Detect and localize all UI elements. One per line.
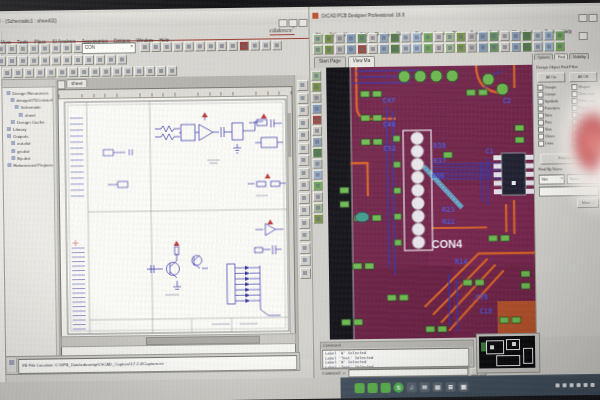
mirror-horizontally-icon[interactable]	[46, 67, 56, 77]
design-rules-check-icon[interactable]	[195, 41, 205, 51]
shape-tool-icon[interactable]	[312, 148, 322, 158]
zoom-points-tool-icon[interactable]	[311, 71, 321, 81]
shadow-mode-icon[interactable]	[489, 31, 499, 41]
add-connect-icon[interactable]	[401, 43, 411, 53]
tray-tray-dot-2[interactable]	[584, 383, 588, 387]
allegro-close-button[interactable]	[579, 32, 588, 40]
tray-network-icon[interactable]	[563, 383, 567, 387]
zoom-out-icon[interactable]	[434, 32, 444, 42]
taskbar-media-app-icon[interactable]: ♫	[407, 382, 417, 392]
grid-toggle-icon[interactable]	[156, 66, 166, 76]
place-pin-tool-icon[interactable]	[299, 205, 310, 216]
checkbox-icon[interactable]	[538, 134, 544, 140]
checkbox-icon[interactable]	[572, 98, 578, 104]
checkbox-icon[interactable]	[538, 127, 544, 133]
zoom-area-icon[interactable]	[162, 42, 172, 52]
tab-view-ma[interactable]: View Ma	[348, 56, 376, 67]
bus-icon[interactable]	[29, 56, 39, 66]
cross-section-icon[interactable]	[533, 31, 543, 41]
part-icon[interactable]	[0, 56, 6, 66]
measure-tool-icon[interactable]	[313, 203, 323, 213]
checkbox-icon[interactable]	[572, 112, 578, 118]
save-document-icon[interactable]	[18, 44, 28, 54]
checkbox-icon[interactable]	[537, 85, 543, 91]
place-no-connect-tool-icon[interactable]	[299, 230, 310, 241]
place-bus-tool-icon[interactable]	[298, 117, 309, 128]
zoom-world-icon[interactable]	[456, 32, 466, 42]
delete-tool-icon[interactable]	[312, 115, 322, 125]
checkbox-icon[interactable]	[538, 113, 544, 119]
bill-of-materials-icon[interactable]	[228, 41, 238, 51]
visibility-icon[interactable]	[500, 31, 510, 41]
fit-tool-icon[interactable]	[311, 82, 321, 92]
cut-icon[interactable]	[40, 43, 50, 53]
off-page-connector-icon[interactable]	[117, 54, 127, 64]
hierarchical-block-icon[interactable]	[84, 55, 94, 65]
place-bus-entry-tool-icon[interactable]	[298, 142, 309, 153]
redo-icon[interactable]	[401, 32, 411, 42]
sheet-tab[interactable]: sheet	[66, 79, 87, 87]
cross-reference-icon[interactable]	[217, 41, 227, 51]
copy-icon[interactable]	[51, 43, 61, 53]
checkbox-icon[interactable]	[537, 92, 543, 98]
cline-tool-icon[interactable]	[313, 170, 323, 180]
zoom-out-icon[interactable]	[151, 42, 161, 52]
taskbar-grid-app-icon[interactable]: ⊞	[446, 381, 456, 391]
taskbar-files-app-icon[interactable]: ▤	[433, 382, 443, 392]
shape-add-icon[interactable]	[423, 43, 433, 53]
checkbox-icon[interactable]	[538, 99, 544, 105]
color-dialog-icon[interactable]	[478, 31, 488, 41]
snap-to-grid-icon[interactable]	[250, 41, 260, 51]
color-settings-icon[interactable]	[167, 66, 177, 76]
place-power-tool-icon[interactable]	[299, 167, 310, 178]
tray-tray-dot-1[interactable]	[577, 383, 581, 387]
vertex-icon[interactable]	[379, 44, 389, 54]
spin-icon[interactable]	[346, 44, 356, 54]
line-tool-icon[interactable]	[313, 181, 323, 191]
stop-drc-icon[interactable]	[239, 41, 249, 51]
annotate-icon[interactable]	[184, 41, 194, 51]
spin-tool-icon[interactable]	[312, 137, 322, 147]
rotate-icon[interactable]	[35, 68, 45, 78]
project-manager-icon[interactable]	[261, 40, 271, 50]
zoom-in-icon[interactable]	[140, 42, 150, 52]
place-net-alias-tool-icon[interactable]	[298, 155, 309, 166]
hierarchical-pin-icon[interactable]	[106, 55, 116, 65]
cancel-icon[interactable]	[555, 41, 565, 51]
find-filter-drc-errors[interactable]: DRC errors	[572, 112, 600, 119]
checkbox-icon[interactable]	[538, 120, 544, 126]
chevron-down-icon[interactable]: ▾	[595, 176, 597, 180]
new-drawing-icon[interactable]	[313, 34, 323, 44]
go-to-icon[interactable]	[112, 66, 122, 76]
edit-properties-icon[interactable]	[68, 67, 78, 77]
show-element-icon[interactable]	[467, 43, 477, 53]
console-scrollbar[interactable]	[468, 348, 472, 365]
paste-icon[interactable]	[62, 43, 72, 53]
panel-tab-visibility[interactable]: Visibility	[569, 53, 589, 59]
copy-element-icon[interactable]	[324, 45, 334, 55]
copy-tool-icon[interactable]	[312, 104, 322, 114]
delete-element-icon[interactable]	[357, 44, 367, 54]
find-by-query-button[interactable]: Find by Query	[540, 153, 600, 165]
checkbox-icon[interactable]	[572, 105, 578, 111]
tab-start-page[interactable]: Start Page	[314, 56, 346, 67]
zoom-previous-icon[interactable]	[101, 67, 111, 77]
name-mode-select[interactable]: Name ▾	[567, 174, 599, 184]
all-on-button[interactable]: All On	[537, 72, 565, 82]
text-tool-icon[interactable]	[313, 192, 323, 202]
ground-icon[interactable]	[73, 55, 83, 65]
undo-icon[interactable]	[390, 33, 400, 43]
highlight-icon[interactable]	[489, 42, 499, 52]
place-line-tool-icon[interactable]	[300, 242, 311, 253]
plot-icon[interactable]	[346, 33, 356, 43]
tray-volume-icon[interactable]	[570, 383, 574, 387]
mirror-vertically-icon[interactable]	[57, 67, 67, 77]
place-part-tool-icon[interactable]	[297, 92, 308, 103]
pcb-canvas[interactable]: C47C48C52R38R37R36R23R22R14C39C19C1C2 CO…	[326, 65, 536, 340]
ruler-icon[interactable]	[145, 66, 155, 76]
select-icon[interactable]	[2, 68, 12, 78]
find-filter-bond-wires[interactable]: Bond wires	[572, 140, 600, 147]
slide-icon[interactable]	[390, 44, 400, 54]
part-search-combo[interactable]: CON ▾	[82, 42, 134, 52]
checkbox-icon[interactable]	[571, 91, 577, 97]
